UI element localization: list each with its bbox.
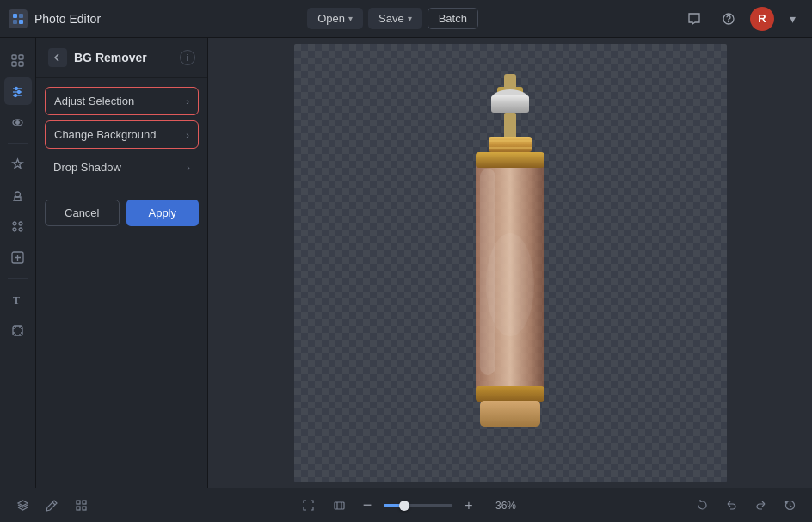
svg-point-21 xyxy=(19,222,22,225)
zoom-in-button[interactable]: + xyxy=(459,496,478,515)
chat-icon-button[interactable] xyxy=(681,6,707,32)
panel-content: Adjust Selection › Change Background › D… xyxy=(36,78,207,189)
svg-point-40 xyxy=(486,233,534,336)
bottom-right-controls xyxy=(690,494,802,518)
open-button[interactable]: Open ▾ xyxy=(307,8,363,29)
svg-rect-44 xyxy=(77,507,80,510)
panel-actions: Cancel Apply xyxy=(36,193,207,233)
save-chevron-icon: ▾ xyxy=(408,14,412,23)
svg-rect-46 xyxy=(335,502,344,509)
svg-rect-6 xyxy=(12,55,16,59)
save-button[interactable]: Save ▾ xyxy=(368,8,422,29)
svg-point-22 xyxy=(13,228,16,231)
panel-header: BG Remover i xyxy=(36,38,207,78)
grid-bottom-button[interactable] xyxy=(69,494,93,518)
svg-rect-37 xyxy=(476,386,544,402)
svg-point-13 xyxy=(15,87,18,89)
svg-rect-0 xyxy=(13,14,17,18)
panel-title: BG Remover xyxy=(74,51,173,64)
sidebar: T xyxy=(0,38,36,488)
export-sidebar-icon[interactable] xyxy=(4,243,32,271)
header: Photo Editor Open ▾ Save ▾ Batch R xyxy=(0,0,812,38)
expand-view-button[interactable] xyxy=(327,494,351,518)
bottom-center-controls: − + 36% xyxy=(296,494,516,518)
change-background-arrow-icon: › xyxy=(186,130,189,140)
undo-button[interactable] xyxy=(719,494,743,518)
svg-line-41 xyxy=(52,502,55,505)
bottle-image xyxy=(424,70,596,457)
sliders-sidebar-icon[interactable] xyxy=(4,77,32,105)
text-sidebar-icon[interactable]: T xyxy=(4,286,32,313)
svg-rect-33 xyxy=(489,140,532,142)
grid-sidebar-icon[interactable] xyxy=(4,212,32,240)
logo-icon xyxy=(9,9,28,28)
layers-bottom-button[interactable] xyxy=(10,494,34,518)
history-button[interactable] xyxy=(778,494,802,518)
header-center: Open ▾ Save ▾ Batch xyxy=(307,8,478,29)
pen-bottom-button[interactable] xyxy=(40,494,64,518)
svg-rect-42 xyxy=(77,501,80,504)
sidebar-divider-1 xyxy=(8,143,28,144)
adjust-selection-item[interactable]: Adjust Selection › xyxy=(45,87,199,115)
change-background-item[interactable]: Change Background › xyxy=(45,120,199,149)
drop-shadow-item[interactable]: Drop Shadow › xyxy=(45,154,199,181)
help-icon-button[interactable] xyxy=(716,6,741,32)
svg-text:T: T xyxy=(13,294,20,306)
svg-rect-30 xyxy=(491,95,529,113)
svg-point-15 xyxy=(15,94,17,96)
canvas-container xyxy=(294,44,727,482)
drop-shadow-arrow-icon: › xyxy=(187,163,190,173)
fit-screen-button[interactable] xyxy=(296,494,320,518)
svg-rect-26 xyxy=(13,326,22,335)
apply-button[interactable]: Apply xyxy=(126,200,200,226)
effects-sidebar-icon[interactable] xyxy=(4,150,32,178)
redo-button[interactable] xyxy=(748,494,772,518)
zoom-out-button[interactable]: − xyxy=(358,496,377,515)
panel: BG Remover i Adjust Selection › Change B… xyxy=(36,38,208,488)
svg-rect-43 xyxy=(83,501,86,504)
expand-icon[interactable]: ▾ xyxy=(783,9,803,29)
svg-point-23 xyxy=(19,228,22,231)
eye-sidebar-icon[interactable] xyxy=(4,108,32,136)
svg-point-5 xyxy=(728,21,729,21)
svg-point-14 xyxy=(18,90,21,93)
svg-rect-28 xyxy=(504,74,516,89)
svg-point-17 xyxy=(16,120,20,124)
batch-button[interactable]: Batch xyxy=(428,8,478,29)
sidebar-divider-2 xyxy=(8,278,28,279)
svg-point-18 xyxy=(15,192,21,197)
bottom-left-controls xyxy=(10,494,93,518)
svg-rect-45 xyxy=(83,507,86,510)
svg-rect-3 xyxy=(19,20,23,24)
panel-back-button[interactable] xyxy=(48,48,67,67)
adjust-selection-arrow-icon: › xyxy=(186,96,189,107)
open-chevron-icon: ▾ xyxy=(348,14,353,23)
stamp-sidebar-icon[interactable] xyxy=(4,181,32,209)
cancel-button[interactable]: Cancel xyxy=(45,200,120,226)
layers-sidebar-icon[interactable] xyxy=(4,46,32,74)
svg-rect-38 xyxy=(480,401,540,427)
app-title: Photo Editor xyxy=(34,12,101,26)
svg-rect-2 xyxy=(13,20,17,24)
svg-point-20 xyxy=(13,222,16,225)
svg-rect-7 xyxy=(19,55,23,59)
svg-rect-31 xyxy=(504,113,516,138)
main: T BG Remover i Adjust Selec xyxy=(0,38,812,488)
zoom-slider[interactable] xyxy=(384,504,452,507)
svg-rect-32 xyxy=(489,137,532,152)
svg-rect-34 xyxy=(489,147,532,149)
app-logo: Photo Editor xyxy=(9,9,101,28)
svg-rect-8 xyxy=(12,62,16,66)
plugin-sidebar-icon[interactable] xyxy=(4,316,32,344)
svg-rect-1 xyxy=(19,14,23,18)
svg-rect-9 xyxy=(19,62,23,66)
header-actions: R ▾ xyxy=(681,6,803,32)
zoom-slider-thumb xyxy=(399,501,409,511)
avatar[interactable]: R xyxy=(750,7,774,31)
svg-rect-36 xyxy=(476,152,544,168)
canvas-area xyxy=(208,38,812,488)
info-button[interactable]: i xyxy=(180,50,195,65)
restore-button[interactable] xyxy=(690,494,714,518)
zoom-value: 36% xyxy=(485,500,516,512)
bottom-bar: − + 36% xyxy=(0,488,812,522)
